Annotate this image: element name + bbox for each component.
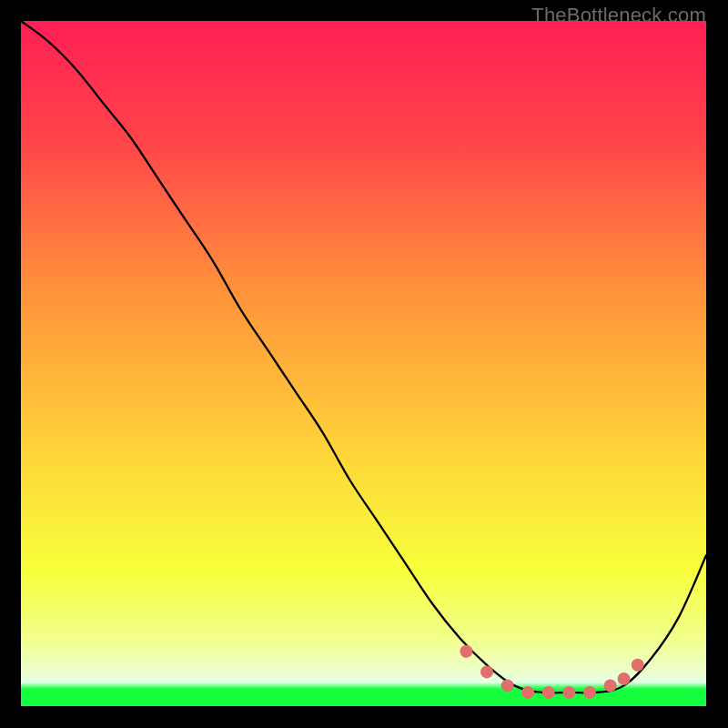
sweet-spot-dot	[521, 686, 534, 699]
sweet-spot-dot	[542, 686, 555, 699]
sweet-spot-dots	[460, 645, 643, 699]
sweet-spot-dot	[501, 679, 514, 692]
sweet-spot-dot	[583, 686, 596, 699]
sweet-spot-dot	[480, 665, 493, 678]
sweet-spot-dot	[604, 679, 617, 692]
sweet-spot-dot	[632, 659, 644, 672]
sweet-spot-dot	[618, 672, 631, 685]
chart-svg	[21, 21, 706, 706]
chart-stage: { "watermark": "TheBottleneck.com", "col…	[0, 0, 728, 728]
sweet-spot-dot	[562, 686, 575, 699]
sweet-spot-dot	[460, 645, 472, 658]
bottleneck-curve	[21, 21, 706, 693]
plot-area	[21, 21, 706, 706]
